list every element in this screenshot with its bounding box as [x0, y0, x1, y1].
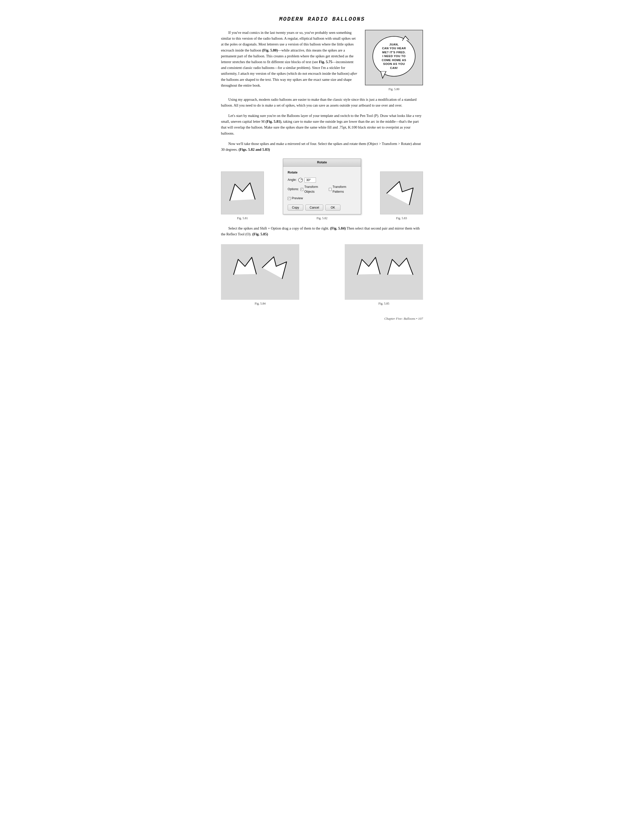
shift-paragraph: Select the spikes and Shift + Option dra… [221, 226, 423, 237]
ok-button[interactable]: OK [325, 204, 340, 211]
fig-84-label: Fig. 5.84 [255, 301, 266, 306]
transform-patterns-checkbox[interactable] [329, 188, 332, 191]
fig-80-wrap: JUAN,CAN YOU HEARME? IT'S FRED.I NEED YO… [365, 30, 423, 92]
preview-row[interactable]: Preview [287, 196, 357, 201]
m-spike-icon [226, 177, 259, 209]
fig-85-box [345, 244, 423, 300]
transform-objects-checkbox[interactable] [301, 188, 303, 191]
dialog-section-label: Rotate [287, 170, 357, 175]
options-row: Options: Transform Objects Transform Pat… [287, 184, 357, 194]
dialog-body: Rotate Angle: Options: [283, 167, 361, 214]
page-title: Modern Radio Balloons [221, 15, 423, 24]
page-footer: Chapter Five: Balloons • 107 [221, 316, 423, 321]
rotate-section: Now we'll take those spikes and make a m… [221, 141, 423, 152]
preview-label: Preview [292, 196, 303, 201]
fig-85-svg [347, 248, 421, 296]
rotate-paragraph: Now we'll take those spikes and make a m… [221, 141, 423, 152]
bottom-figures-row: Fig. 5.84 Fig. 5.85 [221, 244, 423, 306]
rotate-dialog: Rotate Rotate Angle: Options: [283, 158, 361, 214]
fig-ref-575: Fig. 5.75 [319, 60, 332, 64]
fig-83-label: Fig. 5.83 [396, 216, 407, 221]
intro-continuation: Using my approach, modern radio balloons… [221, 97, 423, 108]
fig-85-wrap: Fig. 5.85 [345, 244, 423, 306]
angle-circle-icon [298, 178, 303, 183]
fig-80-label: Fig. 5.80 [389, 87, 399, 92]
angle-row: Angle: [287, 178, 357, 183]
angle-input[interactable] [304, 178, 316, 183]
fig-83-col: Fig. 5.83 [380, 171, 423, 221]
fig-81-col: Fig. 5.81 [221, 171, 264, 221]
rotated-spike-icon [385, 177, 418, 209]
shift-section: Select the spikes and Shift + Option dra… [221, 226, 423, 237]
fig-ref-584: (Fig. 5.84) [330, 226, 346, 230]
fig-82-wrap: Rotate Rotate Angle: Options: [268, 158, 376, 220]
preview-checkbox[interactable] [287, 197, 290, 200]
fig-80-box: JUAN,CAN YOU HEARME? IT'S FRED.I NEED YO… [365, 30, 423, 85]
fig-ref-585: (Fig. 5.85) [252, 232, 268, 236]
copy-button[interactable]: Copy [287, 204, 303, 211]
pen-tool-section: Let's start by making sure you're on the… [221, 113, 423, 136]
fig-ref-582-583: (Figs. 5.82 and 5.83) [239, 148, 270, 152]
fig-81-label: Fig. 5.81 [237, 216, 248, 221]
pen-tool-paragraph: Let's start by making sure you're on the… [221, 113, 423, 136]
speech-balloon: JUAN,CAN YOU HEARME? IT'S FRED.I NEED YO… [372, 36, 415, 77]
transform-objects-label: Transform Objects [304, 184, 327, 194]
fig-82-label: Fig. 5.82 [317, 216, 327, 221]
intro-para-2: Using my approach, modern radio balloons… [221, 97, 423, 108]
figures-row-middle: Fig. 5.81 Rotate Rotate Angle: [221, 158, 423, 220]
dialog-title: Rotate [283, 159, 361, 166]
balloon-text: JUAN,CAN YOU HEARME? IT'S FRED.I NEED YO… [382, 43, 406, 70]
dialog-buttons: Copy Cancel OK [287, 204, 357, 211]
balloon-tail-icon [381, 71, 391, 79]
angle-label: Angle: [287, 178, 297, 182]
chapter-footer: Chapter Five: Balloons • 107 [384, 317, 423, 320]
svg-marker-0 [381, 71, 386, 78]
fig-84-svg [223, 248, 297, 296]
fig-84-wrap: Fig. 5.84 [221, 244, 299, 306]
spike-top-right-icon [402, 35, 409, 41]
cancel-button[interactable]: Cancel [305, 204, 323, 211]
fig-ref-580a: (Fig. 5.80) [262, 48, 278, 52]
fig-ref-581: (Fig. 5.81) [266, 120, 281, 123]
fig-84-box [221, 244, 299, 300]
after-emphasis: after [350, 71, 357, 75]
intro-paragraph-1: If you've read comics in the last twenty… [221, 30, 358, 88]
transform-patterns-label: Transform Patterns [333, 184, 357, 194]
fig-83-box [380, 171, 423, 214]
intro-text: If you've read comics in the last twenty… [221, 30, 358, 88]
fig-81-box [221, 171, 264, 214]
intro-section: If you've read comics in the last twenty… [221, 30, 423, 92]
transform-patterns-group[interactable]: Transform Patterns [329, 184, 357, 194]
fig-85-label: Fig. 5.85 [378, 301, 389, 306]
transform-objects-group[interactable]: Transform Objects [301, 184, 327, 194]
options-label: Options: [287, 187, 299, 192]
